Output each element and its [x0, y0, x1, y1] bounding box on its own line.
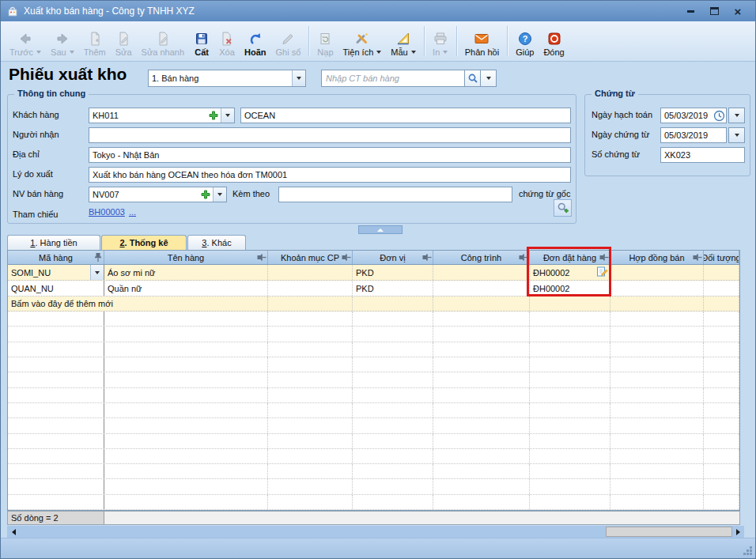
add-new-label[interactable]: Bấm vào đây để thêm mới	[8, 296, 268, 311]
search-button[interactable]	[465, 70, 481, 87]
search-caret-button[interactable]	[481, 70, 497, 87]
column-header-cong-trinh[interactable]: Công trình	[433, 251, 530, 264]
pin-icon[interactable]	[258, 252, 266, 263]
search-plus-icon	[557, 202, 569, 214]
pin-icon[interactable]	[520, 252, 527, 263]
close-button[interactable]: ×	[732, 6, 743, 17]
column-header-don-vi[interactable]: Đơn vị	[353, 251, 433, 264]
kem-theo-field[interactable]	[278, 187, 512, 202]
tham-chieu-more-link[interactable]: ...	[129, 207, 136, 217]
ngay-chung-tu-field[interactable]: 05/03/2019	[660, 127, 727, 143]
group-title: Thông tin chung	[14, 89, 89, 98]
toolbar-button-undo[interactable]: Hoãn	[240, 23, 271, 59]
cell-cong-trinh[interactable]	[433, 281, 530, 296]
cell-don-dat-hang[interactable]: ĐH00002	[530, 281, 610, 296]
cell-doi-tuong[interactable]	[704, 265, 739, 280]
forward-icon	[55, 30, 70, 47]
tab-thong-ke[interactable]: 2. Thống kê	[101, 235, 187, 250]
row-combo-caret-button[interactable]	[90, 265, 104, 280]
clock-icon	[713, 110, 725, 122]
pin-icon[interactable]	[694, 252, 701, 263]
tab-khac[interactable]: 3. Khác	[187, 235, 246, 250]
chevron-down-icon	[297, 77, 301, 80]
khach-hang-caret-button[interactable]	[221, 108, 234, 123]
scroll-right-button[interactable]	[731, 526, 744, 538]
doc-type-caret-button[interactable]	[292, 70, 305, 86]
tab-hang-tien[interactable]: 1. Hàng tiền	[7, 235, 100, 250]
nv-ban-hang-combo[interactable]: NV007	[89, 187, 227, 202]
column-header-khoan-muc-cp[interactable]: Khoản mục CP	[268, 251, 353, 264]
pin-icon[interactable]	[600, 252, 608, 263]
toolbar-button-template[interactable]: Mẫu	[386, 23, 420, 59]
maximize-button[interactable]	[709, 6, 720, 17]
search-input[interactable]: Nhập CT bán hàng	[321, 70, 465, 87]
group-document-info: Chứng từ Ngày hạch toán 05/03/2019 Ngày …	[584, 94, 750, 176]
column-header-ma-hang[interactable]: Mã hàng	[8, 251, 104, 264]
cell-ten-hang[interactable]: Áo sơ mi nữ	[104, 265, 268, 280]
chevron-down-icon	[735, 134, 739, 137]
utilities-icon	[354, 30, 370, 47]
column-header-doi-tuong[interactable]: Đối tượng	[704, 251, 739, 264]
column-header-ten-hang[interactable]: Tên hàng	[104, 251, 268, 264]
toolbar-button-utilities[interactable]: Tiện ích	[338, 23, 387, 59]
splitter-collapse-button[interactable]	[358, 225, 403, 234]
cell-cong-trinh[interactable]	[433, 265, 530, 280]
nv-caret-button[interactable]	[213, 187, 226, 202]
pin-icon[interactable]	[342, 252, 350, 263]
nguoi-nhan-field[interactable]	[89, 127, 571, 143]
label-nv-ban-hang: NV bán hàng	[13, 189, 63, 198]
cell-hop-dong-ban[interactable]	[610, 281, 704, 296]
cell-ma-hang[interactable]: QUAN_NU	[8, 281, 104, 296]
scroll-thumb[interactable]	[606, 527, 732, 537]
pin-icon[interactable]	[423, 252, 431, 263]
column-header-hop-dong-ban[interactable]: Hợp đồng bán	[610, 251, 704, 264]
empty-row	[8, 403, 739, 418]
page-title: Phiếu xuất kho	[9, 65, 127, 84]
add-new-row[interactable]: Bấm vào đây để thêm mới	[8, 296, 739, 312]
khach-hang-name-field[interactable]: OCEAN	[240, 108, 571, 123]
template-dropdown-icon	[411, 51, 416, 54]
close-icon: ×	[735, 6, 742, 17]
cell-khoan-muc-cp[interactable]	[268, 281, 353, 296]
toolbar-button-save[interactable]: Cất	[189, 23, 214, 59]
table-row[interactable]: SOMI_NU Áo sơ mi nữ PKD ĐH00002	[8, 265, 739, 281]
scroll-left-button[interactable]	[7, 526, 20, 538]
add-nv-button[interactable]	[198, 187, 213, 202]
collapse-up-icon	[377, 229, 384, 232]
plus-icon	[208, 110, 219, 121]
cell-hop-dong-ban[interactable]	[610, 265, 704, 280]
cell-don-dat-hang[interactable]: ĐH00002	[530, 265, 610, 280]
ngay-hach-toan-caret-button[interactable]	[728, 108, 745, 123]
khach-hang-combo[interactable]: KH011	[89, 108, 235, 123]
cell-ma-hang[interactable]: SOMI_NU	[8, 265, 104, 280]
cell-don-vi[interactable]: PKD	[353, 281, 433, 296]
cell-doi-tuong[interactable]	[704, 281, 739, 296]
minimize-button[interactable]	[685, 6, 696, 17]
add-khach-hang-button[interactable]	[206, 108, 221, 123]
so-chung-tu-field[interactable]: XK023	[660, 147, 745, 163]
doc-type-value: 1. Bán hàng	[149, 74, 292, 83]
resize-grip[interactable]	[743, 546, 753, 556]
dia-chi-field[interactable]: Tokyo - Nhật Bản	[89, 147, 571, 163]
ly-do-xuat-field[interactable]: Xuất kho bán hàng OCEAN theo hóa đơn TM0…	[89, 167, 571, 183]
empty-row	[8, 357, 739, 372]
cell-don-vi[interactable]: PKD	[353, 265, 433, 280]
edit-icon[interactable]	[596, 266, 608, 278]
tham-chieu-link[interactable]: BH00003	[89, 207, 125, 217]
toolbar-button-feedback[interactable]: Phản hồi	[460, 23, 504, 59]
label-khach-hang: Khách hàng	[13, 110, 59, 119]
column-header-don-dat-hang[interactable]: Đơn đặt hàng	[530, 251, 610, 264]
lookup-reference-button[interactable]	[554, 199, 572, 217]
cell-ten-hang[interactable]: Quần nữ	[104, 281, 268, 296]
chevron-down-icon	[486, 77, 491, 80]
toolbar-button-close-window[interactable]: Đóng	[539, 23, 569, 59]
horizontal-scrollbar[interactable]	[7, 526, 744, 538]
pin-icon[interactable]	[94, 252, 102, 263]
doc-type-select[interactable]: 1. Bán hàng	[148, 70, 306, 87]
ngay-chung-tu-caret-button[interactable]	[728, 127, 745, 143]
table-row[interactable]: QUAN_NU Quần nữ PKD ĐH00002	[8, 281, 739, 296]
toolbar-button-reload: Nạp	[312, 23, 338, 59]
ngay-hach-toan-field[interactable]: 05/03/2019	[660, 108, 727, 123]
cell-khoan-muc-cp[interactable]	[268, 265, 353, 280]
toolbar-button-help[interactable]: ? Giúp	[511, 23, 539, 59]
